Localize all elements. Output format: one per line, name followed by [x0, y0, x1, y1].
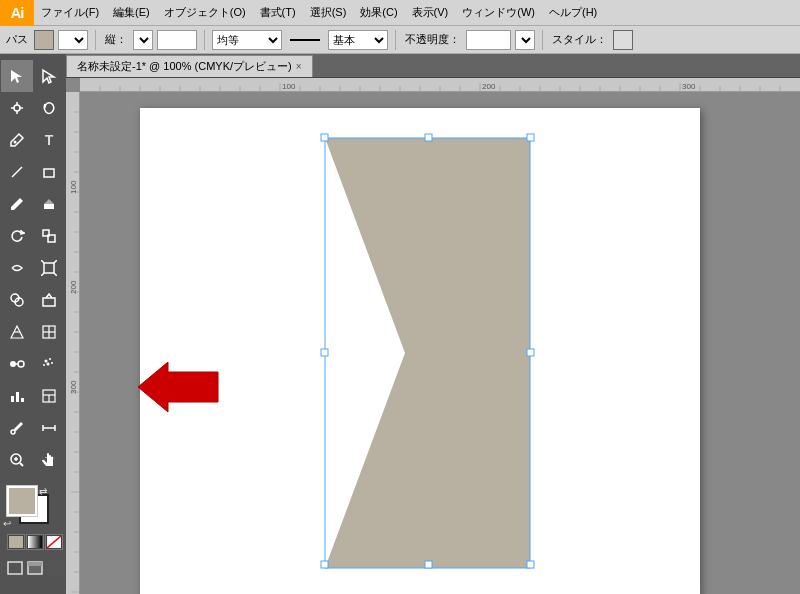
- tool-row-8: [1, 284, 65, 316]
- column-chart-tool[interactable]: [1, 380, 33, 412]
- fill-color-swatch[interactable]: [34, 30, 54, 50]
- handle-mr[interactable]: [527, 349, 534, 356]
- eraser-tool[interactable]: [33, 188, 65, 220]
- opacity-select[interactable]: [515, 30, 535, 50]
- tool-row-12: [1, 412, 65, 444]
- style-swatch[interactable]: [613, 30, 633, 50]
- path-label: パス: [4, 32, 30, 47]
- mesh-tool[interactable]: [33, 316, 65, 348]
- lasso-tool[interactable]: [33, 92, 65, 124]
- live-paint-tool[interactable]: [33, 284, 65, 316]
- scale-tool[interactable]: [33, 220, 65, 252]
- eyedropper-tool[interactable]: [1, 412, 33, 444]
- menu-view[interactable]: 表示(V): [405, 0, 456, 25]
- opacity-input[interactable]: 100%: [466, 30, 511, 50]
- tab-close-button[interactable]: ×: [296, 61, 302, 72]
- type-tool[interactable]: T: [33, 124, 65, 156]
- handle-bm[interactable]: [425, 561, 432, 568]
- svg-text:200: 200: [69, 280, 78, 294]
- free-transform-tool[interactable]: [33, 252, 65, 284]
- app-logo: Ai: [0, 0, 34, 26]
- menu-help[interactable]: ヘルプ(H): [542, 0, 604, 25]
- shape-builder-tool[interactable]: [1, 284, 33, 316]
- swap-colors-icon[interactable]: ⇄: [39, 486, 47, 497]
- handle-bl[interactable]: [321, 561, 328, 568]
- stroke-weight-input[interactable]: 1 pt: [157, 30, 197, 50]
- svg-rect-48: [9, 536, 23, 548]
- menu-window[interactable]: ウィンドウ(W): [455, 0, 542, 25]
- svg-rect-36: [21, 398, 24, 402]
- artboard: [140, 108, 700, 594]
- tool-row-1: [1, 60, 65, 92]
- tool-row-6: [1, 220, 65, 252]
- main-area: T: [0, 54, 800, 594]
- separator-3: [395, 30, 396, 50]
- select-tool[interactable]: [1, 60, 33, 92]
- svg-line-17: [54, 273, 57, 276]
- handle-tm[interactable]: [425, 134, 432, 141]
- stroke-weight-select[interactable]: [133, 30, 153, 50]
- pencil-tool[interactable]: [1, 188, 33, 220]
- pen-tool[interactable]: [1, 124, 33, 156]
- svg-rect-35: [16, 392, 19, 402]
- svg-point-6: [14, 105, 20, 111]
- vertical-ruler: 100 200 300: [66, 92, 80, 594]
- menu-bar: Ai ファイル(F) 編集(E) オブジェクト(O) 書式(T) 選択(S) 効…: [0, 0, 800, 26]
- tool-row-10: [1, 348, 65, 380]
- rotate-tool[interactable]: [1, 220, 33, 252]
- menu-edit[interactable]: 編集(E): [106, 0, 157, 25]
- screen-mode-btn2[interactable]: [25, 558, 45, 578]
- fill-type-select[interactable]: [58, 30, 88, 50]
- menu-object[interactable]: オブジェクト(O): [157, 0, 253, 25]
- svg-rect-9: [44, 169, 54, 177]
- symbol-spray-tool[interactable]: [33, 348, 65, 380]
- separator-4: [542, 30, 543, 50]
- fill-color-btn[interactable]: [7, 534, 25, 550]
- document-tab[interactable]: 名称未設定-1* @ 100% (CMYK/プレビュー) ×: [66, 55, 313, 77]
- svg-line-8: [12, 167, 22, 177]
- horizontal-ruler: 100 200 300: [80, 78, 800, 92]
- svg-rect-21: [43, 298, 55, 306]
- menu-select[interactable]: 選択(S): [303, 0, 354, 25]
- hand-tool[interactable]: [33, 444, 65, 476]
- main-shape: [325, 138, 530, 568]
- tool-row-9: [1, 316, 65, 348]
- gradient-btn[interactable]: [26, 534, 44, 550]
- line-tool[interactable]: [1, 156, 33, 188]
- handle-br[interactable]: [527, 561, 534, 568]
- change-screen-mode-btn[interactable]: [5, 558, 25, 578]
- slice-tool[interactable]: [33, 380, 65, 412]
- none-btn[interactable]: [45, 534, 63, 550]
- line-base-select[interactable]: 基本: [328, 30, 388, 50]
- canvas-viewport[interactable]: [80, 92, 800, 594]
- menu-effect[interactable]: 効果(C): [353, 0, 404, 25]
- svg-text:200: 200: [482, 82, 496, 91]
- perspective-grid-tool[interactable]: [1, 316, 33, 348]
- tool-row-11: [1, 380, 65, 412]
- style-label: スタイル：: [550, 32, 609, 47]
- reset-colors-icon[interactable]: ↩: [3, 518, 11, 529]
- line-style-select[interactable]: 均等: [212, 30, 282, 50]
- direct-select-tool[interactable]: [33, 60, 65, 92]
- svg-rect-34: [11, 396, 14, 402]
- fullscreen-btn[interactable]: [45, 558, 65, 578]
- handle-tl[interactable]: [321, 134, 328, 141]
- warp-tool[interactable]: [1, 252, 33, 284]
- magic-wand-tool[interactable]: [1, 92, 33, 124]
- tool-row-5: [1, 188, 65, 220]
- handle-ml[interactable]: [321, 349, 328, 356]
- rect-tool[interactable]: [33, 156, 65, 188]
- opacity-label: 不透明度：: [403, 32, 462, 47]
- fill-color-box[interactable]: [7, 486, 37, 516]
- svg-rect-14: [44, 263, 54, 273]
- svg-text:300: 300: [682, 82, 696, 91]
- ruler-and-canvas: 100 200 300: [66, 78, 800, 594]
- svg-text:300: 300: [69, 380, 78, 394]
- handle-tr[interactable]: [527, 134, 534, 141]
- blend-tool[interactable]: [1, 348, 33, 380]
- zoom-tool[interactable]: [1, 444, 33, 476]
- menu-type[interactable]: 書式(T): [253, 0, 303, 25]
- menu-file[interactable]: ファイル(F): [34, 0, 106, 25]
- measure-tool[interactable]: [33, 412, 65, 444]
- svg-marker-1: [43, 70, 54, 83]
